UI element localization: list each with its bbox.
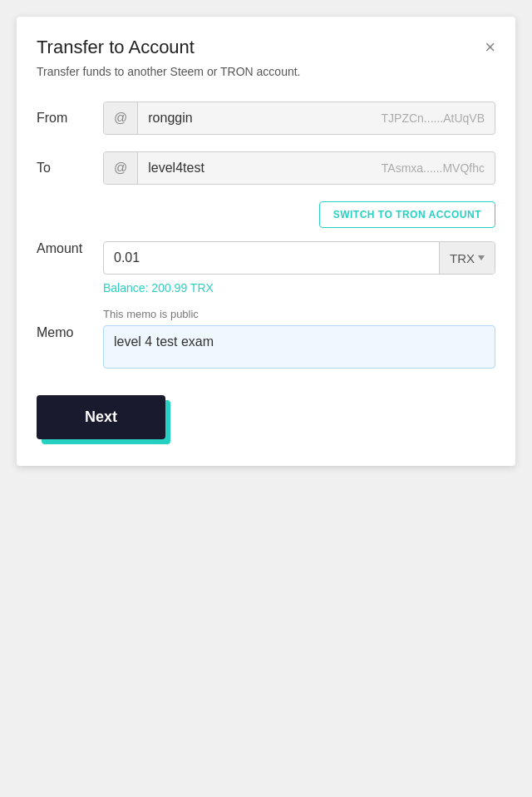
currency-label: TRX xyxy=(450,251,475,265)
to-label: To xyxy=(37,161,103,176)
next-button[interactable]: Next xyxy=(37,395,165,439)
switch-button-row: SWITCH TO TRON ACCOUNT xyxy=(37,201,495,228)
to-username-input[interactable] xyxy=(138,152,372,184)
currency-select[interactable]: TRX xyxy=(439,242,495,274)
to-address: TAsmxa......MVQfhc xyxy=(372,153,495,183)
to-row: To @ TAsmxa......MVQfhc xyxy=(37,151,495,185)
from-input-group: @ TJPZCn......AtUqVB xyxy=(103,101,495,135)
amount-row: Amount TRX xyxy=(37,241,495,275)
transfer-dialog: Transfer to Account × Transfer funds to … xyxy=(17,17,515,466)
from-row: From @ TJPZCn......AtUqVB xyxy=(37,101,495,135)
amount-input[interactable] xyxy=(104,242,439,274)
close-button[interactable]: × xyxy=(485,38,495,57)
to-input-group: @ TAsmxa......MVQfhc xyxy=(103,151,495,185)
memo-public-note: This memo is public xyxy=(103,308,495,320)
balance-text: Balance: 200.99 TRX xyxy=(103,281,495,295)
memo-input[interactable] xyxy=(103,325,495,369)
switch-tron-button[interactable]: SWITCH TO TRON ACCOUNT xyxy=(319,201,495,228)
from-at-prefix: @ xyxy=(104,102,138,134)
dialog-title: Transfer to Account xyxy=(37,37,195,58)
from-label: From xyxy=(37,111,103,126)
chevron-down-icon xyxy=(478,255,485,260)
dialog-header: Transfer to Account × xyxy=(37,37,495,58)
to-at-prefix: @ xyxy=(104,152,138,184)
amount-label: Amount xyxy=(37,241,103,256)
next-button-wrapper: Next xyxy=(37,395,165,439)
dialog-subtitle: Transfer funds to another Steem or TRON … xyxy=(37,65,495,78)
from-address: TJPZCn......AtUqVB xyxy=(372,103,495,133)
amount-input-group: TRX xyxy=(103,241,495,275)
memo-label: Memo xyxy=(37,325,103,340)
memo-row: Memo xyxy=(37,325,495,369)
from-username-input[interactable] xyxy=(138,102,371,134)
